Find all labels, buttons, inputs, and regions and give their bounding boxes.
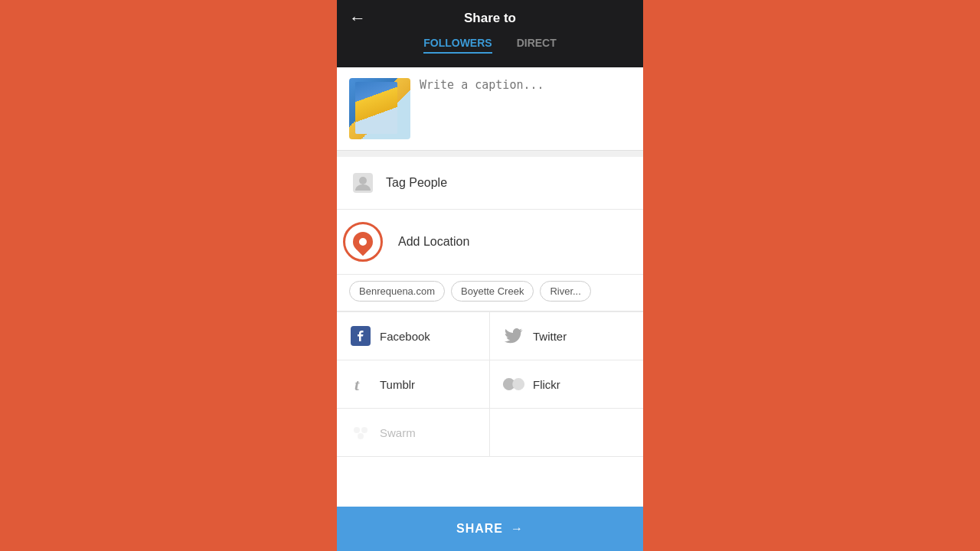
svg-point-7 — [361, 427, 368, 433]
tumblr-icon: t — [349, 373, 372, 396]
post-thumbnail — [349, 78, 410, 139]
caption-input[interactable] — [410, 78, 631, 119]
facebook-label: Facebook — [380, 330, 430, 343]
svg-text:t: t — [354, 375, 360, 394]
share-option-flickr[interactable]: Flickr — [490, 360, 643, 409]
chip-benrequena[interactable]: Benrequena.com — [349, 281, 445, 302]
content-spacer — [337, 457, 643, 507]
person-tag-icon — [349, 169, 377, 197]
chip-river[interactable]: River... — [540, 281, 590, 302]
share-arrow-icon: → — [511, 522, 524, 536]
header-title: Share to — [464, 11, 516, 26]
share-option-tumblr[interactable]: t Tumblr — [337, 360, 490, 409]
svg-point-6 — [354, 427, 360, 433]
tabs-bar: FOLLOWERS DIRECT — [337, 37, 643, 63]
twitter-icon — [502, 324, 525, 347]
tab-followers[interactable]: FOLLOWERS — [423, 37, 492, 54]
chip-boyette[interactable]: Boyette Creek — [451, 281, 534, 302]
share-option-empty — [490, 409, 643, 457]
location-circle-highlight — [343, 222, 383, 262]
section-divider-1 — [337, 151, 643, 157]
tumblr-label: Tumblr — [380, 378, 415, 391]
tag-people-label: Tag People — [386, 176, 447, 190]
tag-people-row[interactable]: Tag People — [337, 157, 643, 210]
book-image — [355, 82, 397, 134]
flickr-label: Flickr — [533, 378, 560, 391]
svg-point-8 — [358, 433, 364, 439]
svg-point-5 — [512, 378, 524, 390]
share-button-label: SHARE — [456, 522, 503, 536]
location-chips-row: Benrequena.com Boyette Creek River... — [337, 275, 643, 311]
flickr-icon — [502, 373, 525, 396]
svg-point-1 — [359, 177, 367, 184]
caption-area — [337, 67, 643, 151]
back-button[interactable]: ← — [349, 8, 366, 28]
header: ← Share to FOLLOWERS DIRECT — [337, 0, 643, 67]
facebook-icon — [349, 324, 372, 347]
add-location-label: Add Location — [398, 235, 469, 249]
location-pin-icon — [349, 228, 377, 256]
tab-indicator — [337, 61, 643, 67]
share-option-swarm[interactable]: Swarm — [337, 409, 490, 457]
twitter-label: Twitter — [533, 330, 567, 343]
share-option-facebook[interactable]: Facebook — [337, 312, 490, 360]
share-button[interactable]: SHARE → — [337, 507, 643, 551]
swarm-label: Swarm — [380, 426, 416, 439]
share-options-grid: Facebook Twitter t Tumblr — [337, 311, 643, 457]
share-option-twitter[interactable]: Twitter — [490, 312, 643, 360]
tab-direct[interactable]: DIRECT — [517, 37, 557, 54]
swarm-icon — [349, 421, 372, 444]
header-top: ← Share to — [337, 0, 643, 37]
add-location-row[interactable]: Add Location — [337, 210, 643, 275]
phone-container: ← Share to FOLLOWERS DIRECT Tag People — [337, 0, 643, 551]
